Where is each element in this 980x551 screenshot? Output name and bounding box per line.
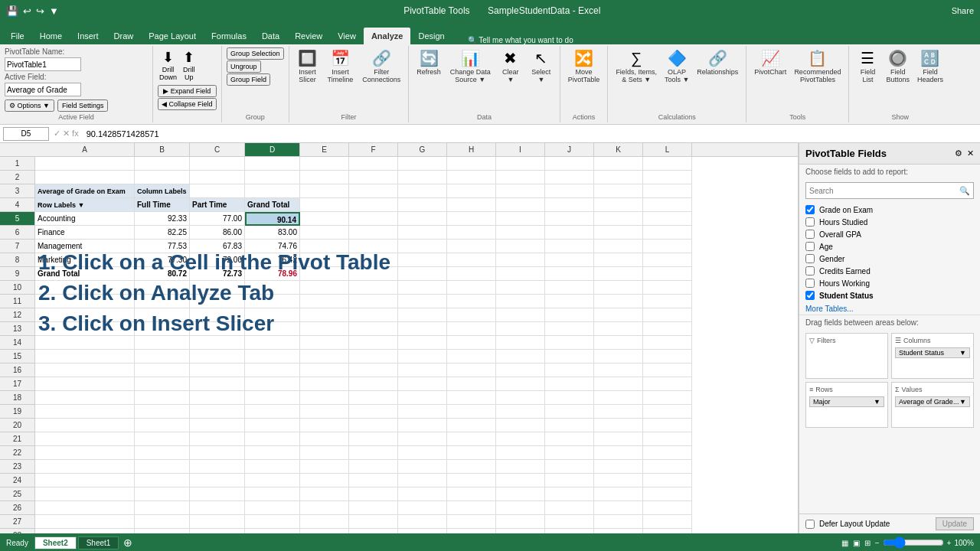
cell-d27[interactable] (245, 515, 300, 529)
row-num-8[interactable]: 8 (0, 253, 35, 267)
recommended-pivottables-button[interactable]: 📋 RecommendedPivotTables (791, 47, 844, 85)
pt-name-input[interactable] (5, 57, 81, 71)
tell-me[interactable]: 🔍 Tell me what you want to do (468, 36, 573, 44)
cell-g22[interactable] (398, 446, 447, 460)
cell-k3[interactable] (594, 184, 643, 198)
drag-area-rows[interactable]: ≡Rows Major ▼ (805, 382, 888, 428)
field-credits-checkbox[interactable] (805, 266, 815, 276)
cell-j23[interactable] (545, 460, 594, 474)
cell-a12[interactable] (35, 308, 135, 322)
cell-h5[interactable] (447, 212, 496, 226)
cell-a17[interactable] (35, 377, 135, 391)
cell-b1[interactable] (135, 157, 190, 171)
cell-i5[interactable] (496, 212, 545, 226)
tab-view[interactable]: View (330, 28, 364, 44)
col-header-b[interactable]: B (135, 143, 190, 156)
add-sheet-button[interactable]: ⊕ (123, 536, 132, 549)
cell-l19[interactable] (643, 405, 692, 419)
columns-student-status[interactable]: Student Status ▼ (895, 347, 970, 358)
cell-f8[interactable] (349, 253, 398, 267)
cell-h15[interactable] (447, 350, 496, 364)
cell-k4[interactable] (594, 198, 643, 212)
cell-b20[interactable] (135, 419, 190, 432)
cell-d5[interactable]: 90.14 (245, 212, 300, 226)
drag-area-filters[interactable]: ▽Filters (805, 333, 888, 379)
cell-reference-input[interactable] (3, 127, 49, 141)
cell-e8[interactable] (300, 253, 349, 267)
cell-h8[interactable] (447, 253, 496, 267)
cell-e3[interactable] (300, 184, 349, 198)
row-num-4[interactable]: 4 (0, 198, 35, 212)
group-field-button[interactable]: Group Field (227, 73, 270, 86)
field-hours-studied[interactable]: Hours Studied (805, 216, 974, 228)
cell-c18[interactable] (190, 391, 245, 405)
field-headers-button[interactable]: 🔠 FieldHeaders (914, 47, 946, 85)
zoom-in-button[interactable]: + (947, 539, 952, 547)
cell-l1[interactable] (643, 157, 692, 171)
cell-b15[interactable] (135, 350, 190, 364)
cell-g14[interactable] (398, 336, 447, 350)
cell-d17[interactable] (245, 377, 300, 391)
col-header-k[interactable]: K (594, 143, 643, 156)
cell-b25[interactable] (135, 487, 190, 501)
move-pivottable-button[interactable]: 🔀 MovePivotTable (565, 47, 603, 85)
row-num-28[interactable]: 28 (0, 529, 35, 533)
cell-l17[interactable] (643, 377, 692, 391)
cell-i7[interactable] (496, 240, 545, 253)
cell-e7[interactable] (300, 240, 349, 253)
tab-data[interactable]: Data (254, 28, 287, 44)
cell-k11[interactable] (594, 295, 643, 308)
cell-i6[interactable] (496, 226, 545, 240)
cell-f17[interactable] (349, 377, 398, 391)
cell-h13[interactable] (447, 322, 496, 336)
cell-a7[interactable]: Management (35, 240, 135, 253)
cell-g25[interactable] (398, 487, 447, 501)
cell-d7[interactable]: 74.76 (245, 240, 300, 253)
cell-f19[interactable] (349, 405, 398, 419)
cell-j15[interactable] (545, 350, 594, 364)
cell-e25[interactable] (300, 487, 349, 501)
pt-close-icon[interactable]: ✕ (967, 148, 974, 158)
cell-j17[interactable] (545, 377, 594, 391)
row-num-2[interactable]: 2 (0, 171, 35, 184)
cell-i18[interactable] (496, 391, 545, 405)
row-num-24[interactable]: 24 (0, 474, 35, 487)
cell-f21[interactable] (349, 432, 398, 446)
cell-e17[interactable] (300, 377, 349, 391)
col-header-d[interactable]: D (245, 143, 300, 156)
cell-j11[interactable] (545, 295, 594, 308)
cell-l27[interactable] (643, 515, 692, 529)
cell-e4[interactable] (300, 198, 349, 212)
cell-j21[interactable] (545, 432, 594, 446)
cell-h9[interactable] (447, 267, 496, 281)
tab-formulas[interactable]: Formulas (204, 28, 254, 44)
cell-k12[interactable] (594, 308, 643, 322)
cell-e24[interactable] (300, 474, 349, 487)
cell-e26[interactable] (300, 501, 349, 515)
cell-i28[interactable] (496, 529, 545, 533)
cell-i11[interactable] (496, 295, 545, 308)
cell-c24[interactable] (190, 474, 245, 487)
cell-h27[interactable] (447, 515, 496, 529)
cell-h21[interactable] (447, 432, 496, 446)
cell-j10[interactable] (545, 281, 594, 295)
field-student-status[interactable]: Student Status (805, 289, 974, 302)
cell-g24[interactable] (398, 474, 447, 487)
cell-b21[interactable] (135, 432, 190, 446)
cell-g19[interactable] (398, 405, 447, 419)
cell-d23[interactable] (245, 460, 300, 474)
insert-timeline-button[interactable]: 📅 InsertTimeline (325, 47, 357, 85)
cell-f23[interactable] (349, 460, 398, 474)
cell-h2[interactable] (447, 171, 496, 184)
cell-j9[interactable] (545, 267, 594, 281)
cell-i13[interactable] (496, 322, 545, 336)
cell-g13[interactable] (398, 322, 447, 336)
cell-k6[interactable] (594, 226, 643, 240)
cell-d24[interactable] (245, 474, 300, 487)
cell-f1[interactable] (349, 157, 398, 171)
cell-e21[interactable] (300, 432, 349, 446)
cell-h28[interactable] (447, 529, 496, 533)
field-overall-gpa[interactable]: Overall GPA (805, 228, 974, 240)
cell-j1[interactable] (545, 157, 594, 171)
cell-b9[interactable]: 80.72 (135, 267, 190, 281)
